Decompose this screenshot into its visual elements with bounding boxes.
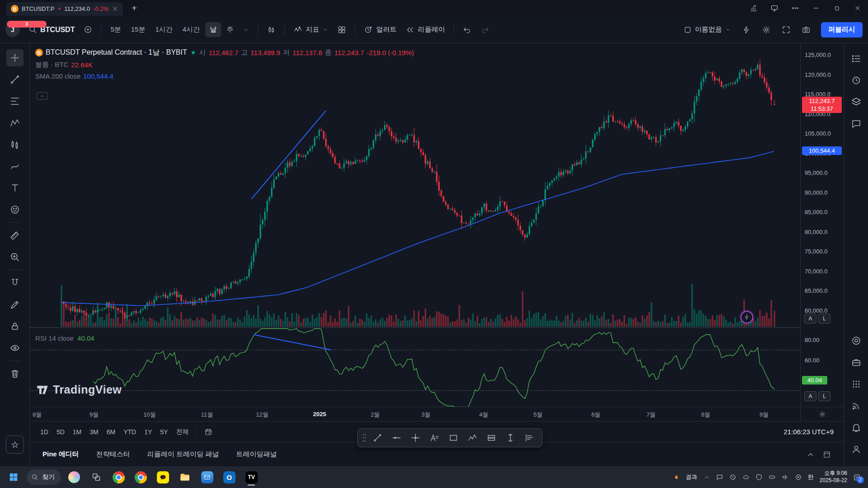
log-scale-button[interactable]: L [818, 391, 830, 401]
shield-icon[interactable] [755, 474, 763, 481]
object-tree-button[interactable] [848, 94, 865, 111]
range-all[interactable]: 전체 [172, 426, 193, 438]
symbol-tab[interactable]: B BTCUSDT.P ▼ 112,234.0 -0.2% [6, 2, 123, 16]
menu-ellipsis-icon[interactable] [785, 0, 806, 16]
pane-divider[interactable] [30, 372, 800, 374]
task-view-app[interactable] [87, 468, 105, 486]
notification-center[interactable]: 2 [853, 474, 861, 481]
portfolio-button[interactable] [848, 354, 865, 371]
favorites-toolbar-toggle[interactable]: ☆ [6, 436, 24, 454]
monitor-icon[interactable] [764, 0, 785, 16]
settings-button[interactable] [758, 22, 775, 38]
fav-trend-line-tool[interactable] [368, 430, 387, 446]
tab-trading-panel[interactable]: 트레이딩패널 [236, 450, 277, 459]
undo-button[interactable] [458, 22, 476, 38]
account-button[interactable] [848, 441, 865, 458]
range-1m[interactable]: 1M [69, 426, 85, 438]
avatar[interactable]: J 3 [5, 23, 20, 37]
tab-strategy-tester[interactable]: 전략테스터 [96, 450, 130, 459]
tab-replay-trading-panel[interactable]: 리플레이 트레이딩 패널 [147, 450, 219, 459]
tray-widget-label[interactable]: 결과 [686, 473, 698, 481]
new-tab-button[interactable]: + [128, 2, 140, 14]
hide-all-tool[interactable] [6, 339, 24, 357]
quick-search-button[interactable] [738, 22, 755, 38]
timeframe-4h[interactable]: 4시간 [178, 22, 204, 37]
timeframe-15m[interactable]: 15분 [127, 22, 150, 37]
chart-canvas[interactable] [30, 43, 800, 407]
volume-legend-row[interactable]: 볼륨 · BTC 22.64K [35, 61, 414, 69]
chrome-app-2[interactable] [132, 468, 150, 486]
timeframe-1d[interactable]: 날 [205, 22, 221, 37]
range-5d[interactable]: 5D [52, 426, 69, 438]
outlook-app[interactable]: O [220, 468, 238, 486]
fav-price-range-tool[interactable] [501, 430, 519, 446]
chevron-up-icon[interactable] [807, 450, 815, 459]
layout-templates-button[interactable] [333, 22, 350, 38]
fav-long-position-tool[interactable] [482, 430, 500, 446]
minimize-button[interactable] [806, 0, 826, 16]
dismiss-circle-icon[interactable] [795, 474, 802, 481]
performance-icon[interactable] [743, 0, 764, 16]
taskbar-clock[interactable]: 오후 9:06 2025-08-22 [820, 470, 847, 484]
notifications-button[interactable] [848, 419, 865, 436]
forecast-tool[interactable] [6, 136, 24, 153]
start-button[interactable] [5, 468, 23, 486]
apps-button[interactable] [848, 375, 865, 393]
alerts-panel-button[interactable] [848, 72, 865, 89]
copilot-app[interactable] [65, 468, 83, 486]
fav-rectangle-tool[interactable] [444, 430, 462, 446]
mail-app[interactable] [198, 468, 216, 486]
fav-text-tool[interactable] [425, 430, 443, 446]
fav-horizontal-line-tool[interactable] [387, 430, 406, 446]
time-axis-settings[interactable] [801, 407, 844, 421]
cursor-crosshair-tool[interactable] [6, 49, 24, 66]
save-layout-button[interactable]: 이름없음 [679, 22, 735, 37]
streams-button[interactable] [848, 332, 865, 349]
signals-button[interactable] [848, 397, 865, 414]
maximize-button[interactable] [826, 0, 847, 16]
auto-scale-button[interactable]: A [804, 314, 816, 324]
go-to-date-button[interactable] [200, 426, 217, 438]
expand-panel-icon[interactable] [823, 450, 831, 459]
legend-collapse-button[interactable] [36, 92, 48, 100]
indicators-button[interactable]: 지표 [289, 22, 332, 38]
magnet-tool[interactable] [6, 274, 24, 291]
ime-korean-indicator[interactable]: 한 [808, 473, 814, 481]
pattern-tool[interactable] [6, 114, 24, 131]
battery-icon[interactable] [769, 474, 776, 481]
chat-button[interactable] [848, 115, 865, 132]
publish-button[interactable]: 퍼블리시 [821, 22, 863, 38]
speaker-icon[interactable] [782, 474, 789, 481]
tradingview-app[interactable]: TV [242, 468, 260, 486]
timeframe-dropdown[interactable] [239, 23, 253, 36]
zoom-tool[interactable] [6, 249, 24, 266]
do-not-disturb-icon[interactable] [729, 474, 736, 481]
timeframe-1w[interactable]: 주 [222, 22, 238, 37]
redo-button[interactable] [476, 22, 494, 38]
palette-drag-handle[interactable] [361, 432, 368, 444]
rsi-legend-row[interactable]: RSI 14 close 40.04 [35, 334, 94, 342]
add-symbol-button[interactable] [80, 22, 96, 37]
snapshot-button[interactable] [797, 22, 815, 38]
chat-icon[interactable] [716, 474, 723, 481]
chrome-app[interactable] [109, 468, 127, 486]
brush-tool[interactable] [6, 158, 24, 175]
watchlist-button[interactable] [848, 50, 865, 67]
measure-tool[interactable] [6, 227, 24, 244]
fullscreen-button[interactable] [778, 22, 795, 38]
alert-button[interactable]: 얼러트 [360, 22, 401, 38]
text-tool[interactable] [6, 179, 24, 197]
chart-style-button[interactable] [263, 22, 280, 38]
range-6m[interactable]: 6M [103, 426, 119, 438]
remove-objects-tool[interactable] [6, 365, 24, 382]
range-1d[interactable]: 1D [36, 426, 52, 438]
trend-line-tool[interactable] [6, 71, 24, 88]
fav-pattern-tool[interactable] [463, 430, 481, 446]
time-axis[interactable]: 8월9월10월11월12월20252월3월4월5월6월7월8월9월 [30, 407, 800, 421]
range-5y[interactable]: 5Y [156, 426, 172, 438]
sma-legend-row[interactable]: SMA 200 close 100,544.4 [35, 72, 414, 80]
server-clock[interactable]: 21:06:23 UTC+9 [784, 428, 838, 436]
auto-scale-button[interactable]: A [804, 391, 816, 401]
price-scale[interactable]: 125,000.0120,000.0115,000.0110,000.0105,… [800, 43, 844, 421]
range-1y[interactable]: 1Y [140, 426, 156, 438]
